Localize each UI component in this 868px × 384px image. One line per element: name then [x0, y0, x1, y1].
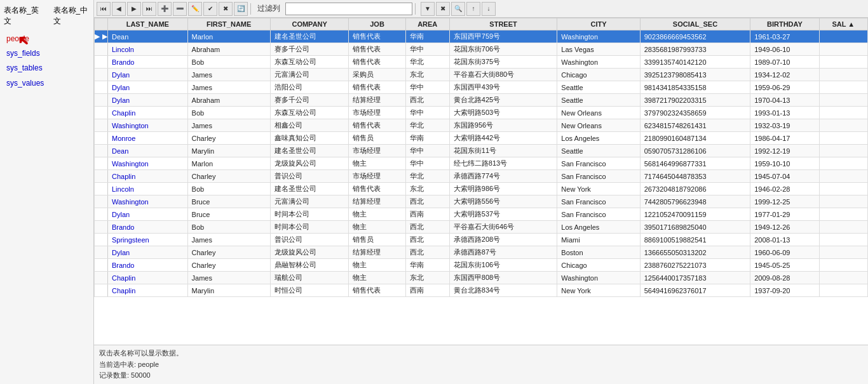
col-sal[interactable]: SAL ▲ [819, 18, 867, 30]
table-row[interactable]: DylanBruce时间本公司物主西南大索明路537号San Francisco… [95, 208, 868, 221]
filter-input[interactable] [285, 3, 412, 15]
cell-sal [819, 272, 867, 284]
sidebar-item-sys-values[interactable]: sys_values [4, 76, 90, 91]
cell-last-name: Dylan [108, 94, 188, 107]
cell-social-sec: 7174645044878353 [640, 170, 750, 183]
table-row[interactable]: BrandoBob东森互动公司销售代表华北花国东街375号Washington3… [95, 56, 868, 69]
cell-job: 销售员 [349, 234, 405, 246]
table-row[interactable]: WashingtonJames相鑫公司销售代表华北东国路956号New Orle… [95, 119, 868, 132]
cell-company: 元富满公司 [270, 69, 349, 81]
col-job[interactable]: JOB [349, 18, 405, 30]
cell-job: 销售代表 [349, 183, 405, 195]
col-city[interactable]: CITY [557, 18, 640, 30]
col-street[interactable]: STREET [449, 18, 557, 30]
cell-last-name: Dylan [108, 69, 188, 81]
cell-city: Seattle [557, 81, 640, 94]
table-row[interactable]: DylanJames元富满公司采购员东北平谷嘉石大街880号Chicago392… [95, 69, 868, 81]
cell-first-name: James [187, 234, 270, 246]
filter-icon-button[interactable]: ▼ [421, 2, 435, 16]
cell-last-name: Lincoln [108, 43, 188, 56]
cell-area: 华北 [405, 170, 449, 183]
first-record-button[interactable]: ⏮ [97, 2, 111, 16]
indicator-col-header [95, 18, 108, 30]
cell-social-sec: 1221052470091159 [640, 208, 750, 221]
table-row[interactable]: DeanMarylin建名圣世公司市场经理华中花国东街11号Seattle059… [95, 145, 868, 157]
table-row[interactable]: DylanAbraham赛多千公司结算经理西北黄台北路425号Seattle39… [95, 94, 868, 107]
cell-job: 结算经理 [349, 94, 405, 107]
prev-record-button[interactable]: ◀ [112, 2, 126, 16]
cell-social-sec: 5681464996877331 [640, 157, 750, 170]
table-row[interactable]: DylanJames浩阳公司销售代表华中东国西甲439号Seattle98143… [95, 81, 868, 94]
last-record-button[interactable]: ⏭ [142, 2, 156, 16]
table-row[interactable]: BrandoCharley鼎融智林公司物主华南花国东街106号Chicago23… [95, 259, 868, 272]
table-row[interactable]: ChaplinJames瑞航公司物主东北东国西甲808号Washington12… [95, 272, 868, 284]
search-button[interactable]: 🔍 [451, 2, 465, 16]
col-first-name[interactable]: FIRST_NAME [187, 18, 270, 30]
sidebar-item-sys-fields[interactable]: sys_fields [4, 46, 90, 61]
cell-last-name: Dean [108, 30, 188, 43]
edit-record-button[interactable]: ✏️ [188, 2, 202, 16]
next-record-button[interactable]: ▶ [127, 2, 141, 16]
col-birthday[interactable]: BIRTHDAY [750, 18, 819, 30]
cell-first-name: James [187, 272, 270, 284]
sort-asc-button[interactable]: ↑ [466, 2, 480, 16]
refresh-button[interactable]: 🔄 [234, 2, 248, 16]
sidebar-item-sys-tables[interactable]: sys_tables [4, 61, 90, 76]
cell-sal [819, 246, 867, 259]
cell-job: 采购员 [349, 69, 405, 81]
cell-company: 建名圣世公司 [270, 183, 349, 195]
cell-street: 经七纬二路813号 [449, 157, 557, 170]
col-social-sec[interactable]: SOCIAL_SEC [640, 18, 750, 30]
cell-sal [819, 145, 867, 157]
table-row[interactable]: WashingtonBruce元富满公司结算经理西北大索明路556号San Fr… [95, 195, 868, 208]
col-company[interactable]: COMPANY [270, 18, 349, 30]
row-indicator [95, 221, 108, 234]
col-area[interactable]: AREA [405, 18, 449, 30]
row-indicator [95, 234, 108, 246]
table-row[interactable]: SpringsteenJames普识公司销售员西北承德西路208号Miami88… [95, 234, 868, 246]
cell-first-name: Charley [187, 132, 270, 145]
table-container[interactable]: LAST_NAME FIRST_NAME COMPANY JOB AREA ST… [94, 18, 868, 345]
sort-desc-button[interactable]: ↓ [482, 2, 496, 16]
cell-last-name: Brando [108, 259, 188, 272]
cell-first-name: Marylin [187, 284, 270, 297]
table-row[interactable]: LincolnBob建名圣世公司销售代表东北大索明路986号New York26… [95, 183, 868, 195]
cell-area: 东北 [405, 69, 449, 81]
cell-social-sec: 3987217902203315 [640, 94, 750, 107]
table-row[interactable]: BrandoBob时间本公司物主西北平谷嘉石大街646号Los Angeles3… [95, 221, 868, 234]
confirm-button[interactable]: ✔ [203, 2, 217, 16]
cell-street: 大索明路556号 [449, 195, 557, 208]
table-row[interactable]: ▶DeanMarlon建名圣世公司销售代表华南东国西甲759号Washingto… [95, 30, 868, 43]
cell-company: 时恒公司 [270, 284, 349, 297]
cell-birthday: 1989-07-10 [750, 56, 819, 69]
row-indicator [95, 284, 108, 297]
cell-area: 西北 [405, 234, 449, 246]
header-chinese: 表名称_中文 [53, 5, 90, 27]
cell-area: 华中 [405, 145, 449, 157]
table-row[interactable]: MonroeCharley鑫味真知公司销售员华南大索明路442号Los Ange… [95, 132, 868, 145]
cell-area: 华南 [405, 132, 449, 145]
cancel-button[interactable]: ✖ [219, 2, 233, 16]
table-row[interactable]: LincolnAbraham赛多千公司销售代表华中花国东街706号Las Veg… [95, 43, 868, 56]
cell-first-name: Abraham [187, 43, 270, 56]
add-record-button[interactable]: ➕ [158, 2, 172, 16]
table-row[interactable]: WashingtonMarlon龙级旋风公司物主华中经七纬二路813号San F… [95, 157, 868, 170]
table-row[interactable]: ChaplinMarylin时恒公司销售代表西南黄台北路834号New York… [95, 284, 868, 297]
cell-area: 西南 [405, 208, 449, 221]
row-indicator [95, 145, 108, 157]
table-row[interactable]: DylanCharley龙级旋风公司结算经理西北承德西路87号Boston136… [95, 246, 868, 259]
cell-social-sec: 3950171689825040 [640, 221, 750, 234]
cell-first-name: James [187, 81, 270, 94]
col-last-name[interactable]: LAST_NAME [108, 18, 188, 30]
table-row[interactable]: ChaplinBob东森互动公司市场经理华中大索明路503号New Orlean… [95, 107, 868, 119]
cell-first-name: Abraham [187, 94, 270, 107]
row-indicator [95, 272, 108, 284]
delete-record-button[interactable]: ➖ [173, 2, 187, 16]
cell-birthday: 1993-01-13 [750, 107, 819, 119]
cell-company: 东森互动公司 [270, 107, 349, 119]
clear-filter-button[interactable]: ✖ [436, 2, 450, 16]
cell-job: 市场经理 [349, 145, 405, 157]
row-indicator [95, 119, 108, 132]
cell-street: 黄台北路834号 [449, 284, 557, 297]
table-row[interactable]: ChaplinCharley普识公司市场经理华北承德西路774号San Fran… [95, 170, 868, 183]
